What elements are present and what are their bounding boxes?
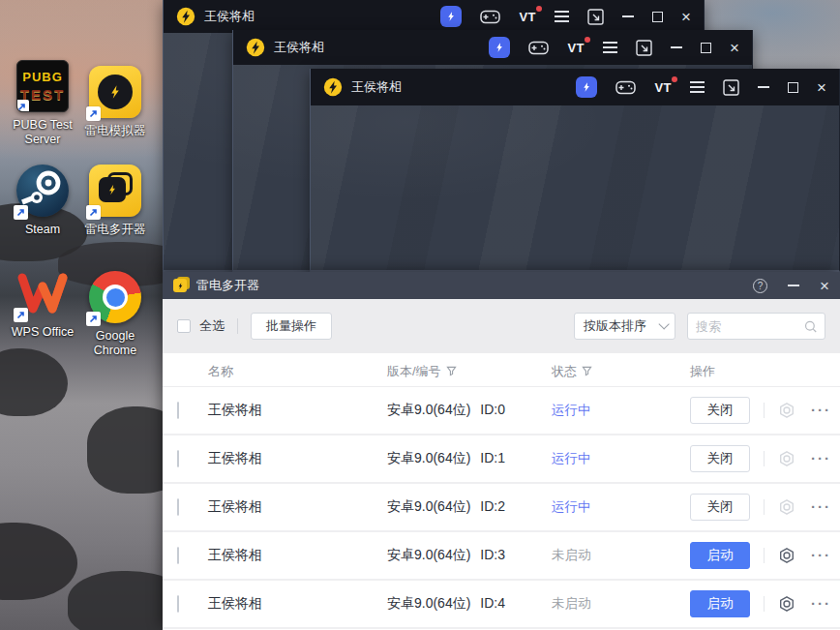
android-version: 安卓9.0(64位) (387, 450, 470, 467)
batch-operations-button[interactable]: 批量操作 (251, 313, 332, 340)
filter-icon[interactable] (446, 366, 457, 376)
popout-icon[interactable] (636, 40, 652, 56)
row-divider (764, 596, 765, 612)
ldplayer-logo-icon (246, 38, 265, 57)
shortcut-arrow-icon (14, 205, 28, 220)
ld-emulator-icon (89, 66, 141, 118)
shortcut-arrow-icon (86, 312, 101, 326)
desktop-icon-label: 雷电模拟器 (77, 124, 153, 138)
status-badge: 运行中 (552, 499, 591, 514)
ld-multi-opener-app-icon (173, 278, 189, 293)
window-title: 王侯将相 (204, 8, 255, 25)
close-button[interactable]: × (817, 79, 826, 96)
desktop-icon-ld-emulator[interactable]: 雷电模拟器 (77, 66, 153, 138)
more-options-icon[interactable]: ··· (811, 405, 831, 415)
manager-toolbar: 全选 批量操作 按版本排序 (163, 299, 840, 353)
table-row[interactable]: 王侯将相 安卓9.0(64位) ID:2 运行中 关闭 ··· (163, 484, 840, 532)
instance-version-cell: 安卓9.0(64位) ID:2 (387, 498, 552, 516)
instance-id: ID:0 (480, 402, 505, 419)
status-badge: 未启动 (552, 548, 591, 562)
instance-action-button[interactable]: 关闭 (690, 494, 750, 521)
row-divider (764, 403, 765, 418)
chrome-center (106, 288, 125, 307)
instance-settings-icon[interactable] (778, 450, 795, 467)
row-checkbox[interactable] (177, 498, 179, 516)
menu-icon[interactable] (690, 81, 705, 93)
row-checkbox[interactable] (177, 402, 179, 419)
emulator-titlebar[interactable]: 王侯将相 VT × (164, 0, 704, 33)
popout-icon[interactable] (587, 9, 604, 25)
gamepad-icon[interactable] (480, 10, 500, 24)
select-all-checkbox[interactable] (177, 319, 191, 333)
vt-indicator[interactable]: VT (654, 80, 672, 95)
menu-icon[interactable] (603, 42, 617, 53)
minimize-button[interactable] (622, 15, 634, 17)
row-checkbox[interactable] (177, 595, 179, 613)
manager-titlebar[interactable]: 雷电多开器 ? × (163, 272, 840, 299)
maximize-button[interactable] (701, 43, 711, 53)
desktop-icon-label: Steam (5, 223, 80, 237)
ld-logo-disc (98, 75, 133, 109)
close-button[interactable]: × (681, 9, 691, 25)
desktop-icon-pubg-test-server[interactable]: PUBG TEST PUBG Test Server (5, 60, 80, 147)
more-options-icon[interactable]: ··· (811, 599, 831, 609)
instance-settings-icon[interactable] (778, 498, 795, 516)
header-status: 状态 (552, 363, 690, 380)
maximize-button[interactable] (788, 82, 798, 93)
gamepad-icon[interactable] (615, 80, 636, 95)
desktop-icon-steam[interactable]: Steam (5, 165, 80, 237)
boost-icon[interactable] (489, 37, 510, 58)
boost-icon[interactable] (576, 76, 597, 98)
minimize-button[interactable] (788, 285, 799, 286)
desktop-icon-google-chrome[interactable]: Google Chrome (77, 271, 153, 358)
vt-indicator[interactable]: VT (567, 41, 585, 55)
instance-action-button[interactable]: 启动 (690, 542, 750, 569)
maximize-button[interactable] (652, 12, 663, 22)
more-options-icon[interactable]: ··· (811, 454, 831, 464)
more-options-icon[interactable]: ··· (811, 551, 831, 560)
instance-action-button[interactable]: 关闭 (690, 397, 750, 424)
search-box[interactable] (687, 313, 825, 340)
table-row[interactable]: 王侯将相 安卓9.0(64位) ID:1 运行中 关闭 ··· (163, 435, 840, 484)
instance-id: ID:3 (480, 547, 505, 564)
more-options-icon[interactable]: ··· (811, 502, 831, 512)
emulator-titlebar[interactable]: 王侯将相 VT × (233, 30, 752, 65)
vt-indicator[interactable]: VT (519, 10, 536, 24)
status-badge: 未启动 (552, 596, 591, 611)
table-row[interactable]: 王侯将相 安卓9.0(64位) ID:3 未启动 启动 ··· (163, 532, 840, 581)
row-checkbox[interactable] (177, 547, 179, 564)
search-input[interactable] (696, 319, 804, 334)
instance-settings-icon[interactable] (778, 402, 795, 419)
emulator-window-3[interactable]: 王侯将相 VT × (310, 69, 840, 272)
instance-name: 王侯将相 (208, 547, 387, 564)
android-version: 安卓9.0(64位) (387, 595, 470, 613)
instance-action-button[interactable]: 关闭 (690, 445, 750, 472)
menu-icon[interactable] (555, 11, 569, 22)
table-row[interactable]: 王侯将相 安卓9.0(64位) ID:4 未启动 启动 ··· (163, 581, 840, 629)
desktop-icon-label: PUBG Test Server (5, 118, 80, 147)
instance-settings-icon[interactable] (778, 595, 795, 613)
instance-action-button[interactable]: 启动 (690, 590, 750, 617)
filter-icon[interactable] (582, 366, 592, 376)
sort-dropdown[interactable]: 按版本排序 (574, 313, 675, 340)
multi-opener-window[interactable]: 雷电多开器 ? × 全选 批量操作 按版本排序 名称 版本/编号 状态 (163, 272, 840, 630)
status-badge: 运行中 (552, 451, 591, 465)
row-checkbox[interactable] (177, 450, 179, 467)
close-button[interactable]: × (730, 40, 739, 56)
table-row[interactable]: 王侯将相 安卓9.0(64位) ID:0 运行中 关闭 ··· (163, 387, 840, 435)
desktop-icon-wps-office[interactable]: WPS Office (5, 267, 80, 340)
help-icon[interactable]: ? (753, 279, 767, 293)
desktop-icon-ld-multi-opener[interactable]: 雷电多开器 (77, 165, 153, 237)
emulator-titlebar[interactable]: 王侯将相 VT × (311, 69, 839, 105)
emulator-content (311, 105, 839, 270)
desktop-icon-label: Google Chrome (77, 329, 153, 358)
desktop-icon-label: 雷电多开器 (77, 223, 153, 237)
instance-settings-icon[interactable] (778, 547, 795, 564)
close-button[interactable]: × (820, 278, 829, 294)
minimize-button[interactable] (671, 46, 682, 48)
instance-id: ID:1 (480, 450, 505, 467)
popout-icon[interactable] (723, 79, 739, 96)
boost-icon[interactable] (440, 6, 462, 27)
gamepad-icon[interactable] (528, 41, 549, 55)
minimize-button[interactable] (758, 86, 769, 88)
